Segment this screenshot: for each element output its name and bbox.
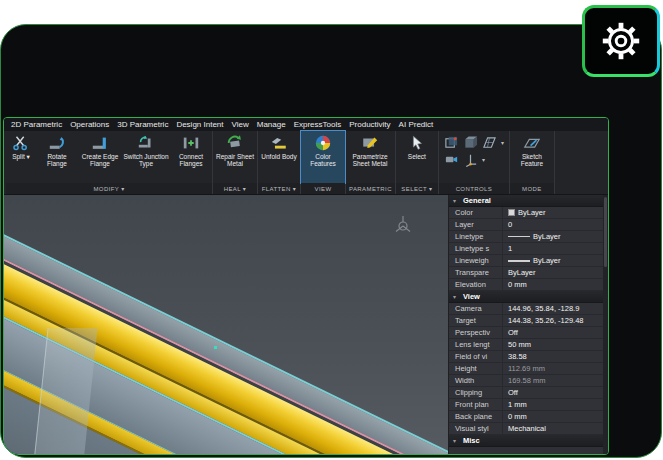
property-row-target[interactable]: Target 144.38, 35.26, -129.48 — [449, 315, 608, 327]
property-row-color[interactable]: Color ByLayer — [449, 207, 608, 219]
split-button[interactable]: Split ▾ — [6, 131, 36, 183]
property-row-visual-style[interactable]: Visual styl Mechanical — [449, 423, 608, 435]
menubar: 2D Parametric Operations 3D Parametric D… — [4, 118, 608, 131]
edge-flange-icon — [91, 134, 109, 152]
property-row-lineweight[interactable]: Lineweigh ByLayer — [449, 255, 608, 267]
connect-flanges-button[interactable]: Connect Flanges — [170, 131, 212, 183]
ribbon-group-heal: Repair Sheet Metal HEAL ▾ — [213, 131, 258, 194]
group-label-select[interactable]: SELECT ▾ — [396, 183, 438, 194]
unfold-body-icon — [270, 134, 288, 152]
ribbon-group-flatten: Unfold Body FLATTEN ▾ — [258, 131, 301, 194]
property-row-back-plane[interactable]: Back plane 0 mm — [449, 411, 608, 423]
section-collapse-icon: ▾ — [453, 291, 456, 303]
section-collapse-icon: ▾ — [453, 435, 456, 447]
property-row-clipping[interactable]: Clipping Off — [449, 387, 608, 399]
view-cube-icon[interactable] — [463, 135, 478, 150]
property-row-field-of-view[interactable]: Field of vi 38.58 — [449, 351, 608, 363]
group-label-flatten[interactable]: FLATTEN ▾ — [258, 183, 300, 194]
ribbon-group-mode: Sketch Feature MODE — [510, 131, 555, 194]
controls-dropdown-icon-2[interactable]: ▾ — [482, 156, 485, 163]
section-header-view[interactable]: ▾ View — [449, 291, 608, 303]
group-label-view[interactable]: VIEW — [301, 183, 345, 194]
property-row-linetype-scale[interactable]: Linetype s 1 — [449, 243, 608, 255]
property-row-front-plane[interactable]: Front plan 1 mm — [449, 399, 608, 411]
sketch-feature-icon — [523, 134, 541, 152]
switch-junction-type-button[interactable]: Switch Junction Type — [122, 131, 170, 183]
rotate-flange-icon — [48, 134, 66, 152]
menu-item-2d-parametric[interactable]: 2D Parametric — [7, 119, 66, 130]
app-content: 2D Parametric Operations 3D Parametric D… — [3, 117, 609, 455]
camera-control-icon[interactable] — [444, 152, 459, 167]
property-row-transparency[interactable]: Transpare ByLayer — [449, 267, 608, 279]
menu-item-manage[interactable]: Manage — [253, 119, 290, 130]
sketch-feature-button[interactable]: Sketch Feature — [510, 131, 554, 183]
color-features-icon — [314, 134, 332, 152]
cursor-icon — [408, 134, 426, 152]
property-row-linetype[interactable]: Linetype ByLayer — [449, 231, 608, 243]
render-mode-icon[interactable] — [444, 135, 459, 150]
settings-gear-button[interactable] — [582, 5, 660, 77]
junction-icon — [137, 134, 155, 152]
unfold-body-button[interactable]: Unfold Body — [258, 131, 300, 183]
controls-dropdown-icon[interactable]: ▾ — [501, 139, 504, 146]
linetype-preview — [508, 236, 530, 237]
create-edge-flange-button[interactable]: Create Edge Flange — [78, 131, 122, 183]
color-swatch — [508, 209, 515, 216]
connect-flanges-icon — [182, 134, 200, 152]
menu-item-design-intent[interactable]: Design Intent — [172, 119, 227, 130]
section-header-general[interactable]: ▾ General — [449, 195, 608, 207]
section-header-misc[interactable]: ▾ Misc — [449, 435, 608, 447]
property-row-lens-length[interactable]: Lens lengt 50 mm — [449, 339, 608, 351]
section-collapse-icon: ▾ — [453, 195, 456, 207]
ribbon-group-parametric: Parametrize Sheet Metal PARAMETRIC — [346, 131, 396, 194]
ribbon-group-modify: Split ▾ Rotate Flange — [6, 131, 213, 194]
menu-item-operations[interactable]: Operations — [66, 119, 113, 130]
menu-item-expresstools[interactable]: ExpressTools — [290, 119, 346, 130]
ribbon-group-select: Select SELECT ▾ — [396, 131, 439, 194]
ribbon: Split ▾ Rotate Flange — [4, 131, 608, 195]
rotate-flange-button[interactable]: Rotate Flange — [36, 131, 78, 183]
group-label-parametric[interactable]: PARAMETRIC — [346, 183, 395, 194]
select-button[interactable]: Select — [396, 131, 438, 183]
color-features-button[interactable]: Color Features — [301, 131, 345, 183]
repair-sheet-metal-button[interactable]: Repair Sheet Metal — [213, 131, 257, 183]
properties-scrollbar[interactable] — [603, 195, 608, 454]
property-row-elevation[interactable]: Elevation 0 mm — [449, 279, 608, 291]
scissors-icon — [12, 134, 30, 152]
viewport-3d[interactable] — [4, 195, 448, 454]
viewport-snap-marker — [214, 346, 217, 349]
menu-item-ai-predict[interactable]: AI Predict — [395, 119, 438, 130]
property-row-layer[interactable]: Layer 0 — [449, 219, 608, 231]
property-row-perspective[interactable]: Perspectiv Off — [449, 327, 608, 339]
app-window: 2D Parametric Operations 3D Parametric D… — [0, 24, 662, 458]
lineweight-preview — [508, 260, 530, 262]
ribbon-spacer — [555, 131, 608, 194]
group-label-heal[interactable]: HEAL ▾ — [213, 183, 257, 194]
property-row-camera[interactable]: Camera 144.96, 35.84, -128.9 — [449, 303, 608, 315]
property-row-width[interactable]: Width 169.58 mm — [449, 375, 608, 387]
menu-item-3d-parametric[interactable]: 3D Parametric — [113, 119, 172, 130]
parametrize-icon — [361, 134, 379, 152]
ribbon-group-controls: ▾ ▾ CONTROLS — [439, 131, 510, 194]
axis-control-icon[interactable] — [463, 152, 478, 167]
group-label-mode[interactable]: MODE — [510, 183, 554, 194]
gear-icon — [598, 18, 644, 64]
menu-item-productivity[interactable]: Productivity — [345, 119, 394, 130]
group-label-controls[interactable]: CONTROLS — [439, 183, 509, 194]
group-label-modify[interactable]: MODIFY ▾ — [6, 183, 212, 194]
parametrize-sheet-metal-button[interactable]: Parametrize Sheet Metal — [346, 131, 394, 183]
repair-icon — [226, 134, 244, 152]
ucs-axis-icon — [392, 215, 414, 237]
ribbon-group-view: Color Features VIEW — [301, 131, 346, 194]
properties-panel: ▾ General Color ByLayer Layer 0 Linetype — [448, 195, 608, 454]
grid-display-icon[interactable] — [482, 135, 497, 150]
menu-item-view[interactable]: View — [228, 119, 253, 130]
property-row-height[interactable]: Height 112.69 mm — [449, 363, 608, 375]
scrollbar-thumb[interactable] — [604, 197, 607, 267]
